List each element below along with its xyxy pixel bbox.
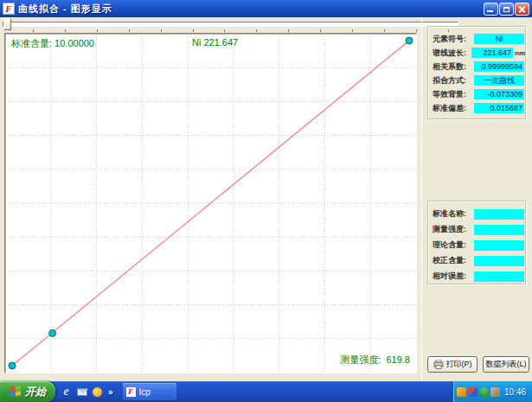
- minimize-icon: [487, 10, 493, 12]
- field-fit-method: 拟合方式: 一次曲线: [428, 73, 525, 87]
- printer-icon: [433, 360, 444, 369]
- chart-xmax-label: 测量强度: 619.8: [340, 354, 410, 367]
- tray-misc-icon[interactable]: [490, 387, 500, 397]
- corrected-content-value: [474, 256, 524, 266]
- field-standard-name: 标准名称:: [428, 207, 525, 221]
- quick-launch: e »: [55, 386, 119, 399]
- chart-series-label: Ni 221.647: [192, 37, 238, 48]
- windows-logo-icon: [10, 386, 22, 397]
- correlation-value: 0.99999594: [474, 61, 524, 72]
- slider-tick: [256, 29, 257, 32]
- data-point[interactable]: [9, 362, 16, 369]
- title-bar[interactable]: F 曲线拟合 - 图形显示: [0, 0, 532, 17]
- client-area: 标准含量: 10.00000 Ni 221.647 测量强度: 619.8 元素…: [0, 17, 532, 381]
- panel-buttons: 打印(P) 数据列表(L): [422, 356, 532, 373]
- wavelength-unit: nm: [515, 49, 525, 57]
- field-correlation: 相关系数: 0.99999594: [428, 60, 525, 73]
- field-relative-error: 相对误差:: [428, 269, 525, 284]
- taskbar-clock: 10:46: [504, 387, 526, 397]
- data-point[interactable]: [406, 37, 413, 44]
- std-deviation-value: 0.015687: [474, 103, 524, 113]
- data-list-button[interactable]: 数据列表(L): [483, 356, 529, 373]
- tray-network-icon[interactable]: [468, 387, 478, 397]
- print-button[interactable]: 打印(P): [427, 356, 478, 373]
- tray-image-icon[interactable]: [457, 387, 466, 397]
- close-button[interactable]: [515, 3, 529, 16]
- slider-tick: [416, 29, 417, 32]
- slider-tick: [65, 29, 66, 32]
- window-title: 曲线拟合 - 图形显示: [18, 3, 483, 16]
- fit-method-value: 一次曲线: [474, 75, 524, 86]
- fit-info-group: 元素符号: Ni 谱线波长: 221.647 nm 相关系数: 0.999995…: [427, 26, 526, 119]
- field-std-deviation: 标准偏差: 0.015687: [428, 101, 525, 115]
- theoretical-content-value: [474, 240, 524, 251]
- quick-launch-overflow[interactable]: »: [106, 387, 115, 397]
- messenger-icon[interactable]: [91, 386, 104, 399]
- internet-explorer-icon[interactable]: e: [60, 386, 73, 399]
- system-tray: 10:46: [452, 381, 532, 402]
- slider-tick: [33, 29, 34, 32]
- field-wavelength: 谱线波长: 221.647 nm: [428, 46, 525, 60]
- minimize-button[interactable]: [484, 3, 498, 16]
- start-label: 开始: [25, 385, 46, 399]
- zoom-slider[interactable]: [0, 17, 462, 33]
- slider-tick: [129, 29, 130, 32]
- field-element-symbol: 元素符号: Ni: [428, 32, 525, 46]
- taskbar: 开始 e » F Icp 10:46: [0, 381, 532, 402]
- icp-app-icon: F: [126, 387, 136, 397]
- field-background: 等效背景: -0.073309: [428, 87, 525, 101]
- mail-icon[interactable]: [75, 386, 88, 399]
- slider-tick: [352, 29, 353, 32]
- slider-tick: [288, 29, 289, 32]
- standard-name-value: [474, 209, 524, 220]
- taskbar-button-icp[interactable]: F Icp: [123, 383, 176, 400]
- field-measured-intensity: 测量强度:: [428, 222, 525, 237]
- info-panel: 元素符号: Ni 谱线波长: 221.647 nm 相关系数: 0.999995…: [421, 17, 532, 381]
- chart-ymax-label: 标准含量: 10.00000: [11, 37, 94, 50]
- restore-button[interactable]: [499, 3, 514, 16]
- slider-tick: [193, 29, 194, 32]
- slider-ticks: [0, 17, 462, 33]
- data-point[interactable]: [49, 329, 56, 336]
- slider-tick: [384, 29, 385, 32]
- field-corrected-content: 校正含量:: [428, 253, 525, 268]
- sample-info-group: 标准名称: 测量强度: 理论含量: 校正含量: 相对误差:: [427, 201, 526, 284]
- app-icon: F: [3, 3, 15, 15]
- wavelength-value: 221.647: [471, 48, 513, 58]
- desktop: F 曲线拟合 - 图形显示 标准含量: 10.00000 Ni 221.647 …: [0, 0, 532, 402]
- background-value: -0.073309: [474, 89, 524, 99]
- restore-icon: [503, 7, 510, 12]
- start-button[interactable]: 开始: [0, 381, 55, 402]
- measured-intensity-value: [474, 225, 524, 235]
- slider-tick: [161, 29, 162, 32]
- fit-line: [12, 41, 409, 366]
- slider-tick: [97, 29, 98, 32]
- field-theoretical-content: 理论含量:: [428, 238, 525, 252]
- relative-error-value: [474, 271, 524, 282]
- tray-antivirus-icon[interactable]: [479, 387, 489, 397]
- calibration-chart: 标准含量: 10.00000 Ni 221.647 测量强度: 619.8: [4, 33, 417, 373]
- chart-plot-svg: [5, 34, 416, 373]
- element-symbol-value: Ni: [474, 34, 524, 44]
- slider-tick: [224, 29, 225, 32]
- slider-tick: [320, 29, 321, 32]
